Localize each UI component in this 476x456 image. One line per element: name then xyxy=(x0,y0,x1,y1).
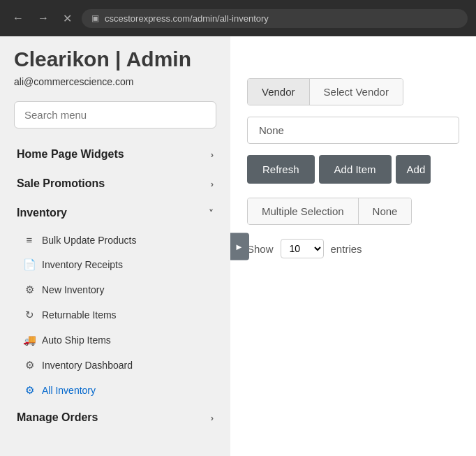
sidebar-item-auto-ship-items-label: Auto Ship Items xyxy=(42,334,111,346)
show-label: Show xyxy=(247,243,274,255)
vendor-tab[interactable]: Vendor xyxy=(248,79,310,105)
sidebar: Clearikon | Admin ali@commercescience.co… xyxy=(0,36,230,456)
search-input[interactable] xyxy=(14,101,216,128)
truck-icon: 🚚 xyxy=(22,334,36,346)
page-layout: Clearikon | Admin ali@commercescience.co… xyxy=(0,36,476,456)
nav-item-home-page-widgets-label: Home Page Widgets xyxy=(17,148,124,161)
sidebar-item-inventory-receipts-label: Inventory Receipts xyxy=(42,259,123,270)
entries-row: Show 10 25 50 100 entries xyxy=(247,239,459,258)
nav-item-manage-orders[interactable]: Manage Orders › xyxy=(8,403,222,432)
sidebar-item-new-inventory[interactable]: ⚙ New Inventory xyxy=(14,277,222,302)
nav-item-home-page-widgets[interactable]: Home Page Widgets › xyxy=(8,140,222,169)
add-item-button[interactable]: Add Item xyxy=(319,155,392,184)
sidebar-item-inventory-receipts[interactable]: 📄 Inventory Receipts xyxy=(14,252,222,277)
search-container xyxy=(0,101,230,140)
panel-content: Vendor Select Vendor None Refresh Add It… xyxy=(230,64,476,272)
sidebar-item-bulk-update-products[interactable]: ≡ Bulk Update Products xyxy=(14,228,222,252)
nav-item-sale-promotions-label: Sale Promotions xyxy=(17,177,105,190)
url-text: cscestorexpress.com/admin/all-inventory xyxy=(105,13,269,24)
nav-section: Home Page Widgets › Sale Promotions › In… xyxy=(0,140,230,432)
entries-select[interactable]: 10 25 50 100 xyxy=(281,239,324,258)
sidebar-toggle-button[interactable]: ► xyxy=(230,233,249,260)
selection-row: Multiple Selection None xyxy=(247,198,412,225)
vendor-dropdown[interactable]: None xyxy=(247,117,459,144)
nav-chevron-home-page-widgets: › xyxy=(211,149,214,160)
add-button[interactable]: Add xyxy=(396,155,431,184)
nav-chevron-sale-promotions: › xyxy=(211,179,214,189)
entries-label: entries xyxy=(331,243,362,255)
multiple-selection-button[interactable]: Multiple Selection xyxy=(248,198,359,224)
sidebar-item-returnable-items[interactable]: ↻ Returnable Items xyxy=(14,302,222,328)
sidebar-item-all-inventory-label: All Inventory xyxy=(42,385,96,396)
sidebar-item-returnable-items-label: Returnable Items xyxy=(42,309,117,321)
browser-chrome: ← → ✕ ▣ cscestorexpress.com/admin/all-in… xyxy=(0,0,476,36)
sidebar-item-all-inventory[interactable]: ⚙ All Inventory xyxy=(14,378,222,403)
inventory-submenu: ≡ Bulk Update Products 📄 Inventory Recei… xyxy=(8,228,222,403)
nav-chevron-manage-orders: › xyxy=(211,413,214,423)
site-title: Clearikon | Admin xyxy=(0,47,230,76)
sidebar-item-inventory-dashboard[interactable]: ⚙ Inventory Dashboard xyxy=(14,353,222,378)
action-buttons: Refresh Add Item Add xyxy=(247,155,459,184)
gear-icon: ⚙ xyxy=(22,284,36,296)
back-button[interactable]: ← xyxy=(8,10,28,27)
address-icon: ▣ xyxy=(91,13,99,23)
list-icon: ≡ xyxy=(22,234,36,246)
nav-item-sale-promotions[interactable]: Sale Promotions › xyxy=(8,169,222,198)
refresh-button[interactable]: Refresh xyxy=(247,155,315,184)
forward-button[interactable]: → xyxy=(34,10,53,27)
nav-item-inventory-label: Inventory xyxy=(17,207,67,219)
sidebar-item-new-inventory-label: New Inventory xyxy=(42,284,104,295)
nav-item-manage-orders-label: Manage Orders xyxy=(17,411,98,424)
none-selection-button[interactable]: None xyxy=(359,198,412,224)
all-inventory-icon: ⚙ xyxy=(22,384,36,397)
sidebar-toggle-icon: ► xyxy=(235,241,244,251)
nav-item-inventory[interactable]: Inventory ˅ xyxy=(8,198,222,228)
return-icon: ↻ xyxy=(22,309,36,321)
sidebar-item-bulk-update-products-label: Bulk Update Products xyxy=(42,235,136,246)
address-bar[interactable]: ▣ cscestorexpress.com/admin/all-inventor… xyxy=(82,9,468,28)
dashboard-icon: ⚙ xyxy=(22,359,36,372)
vendor-tab-group: Vendor Select Vendor xyxy=(247,78,403,105)
nav-chevron-inventory: ˅ xyxy=(209,208,214,219)
user-email: ali@commercescience.com xyxy=(0,76,230,101)
sidebar-item-auto-ship-items[interactable]: 🚚 Auto Ship Items xyxy=(14,328,222,353)
document-icon: 📄 xyxy=(22,258,36,271)
select-vendor-tab[interactable]: Select Vendor xyxy=(310,79,403,105)
sidebar-item-inventory-dashboard-label: Inventory Dashboard xyxy=(42,360,133,371)
right-panel: ► Vendor Select Vendor None Refresh Add … xyxy=(230,36,476,456)
close-button[interactable]: ✕ xyxy=(59,9,76,28)
